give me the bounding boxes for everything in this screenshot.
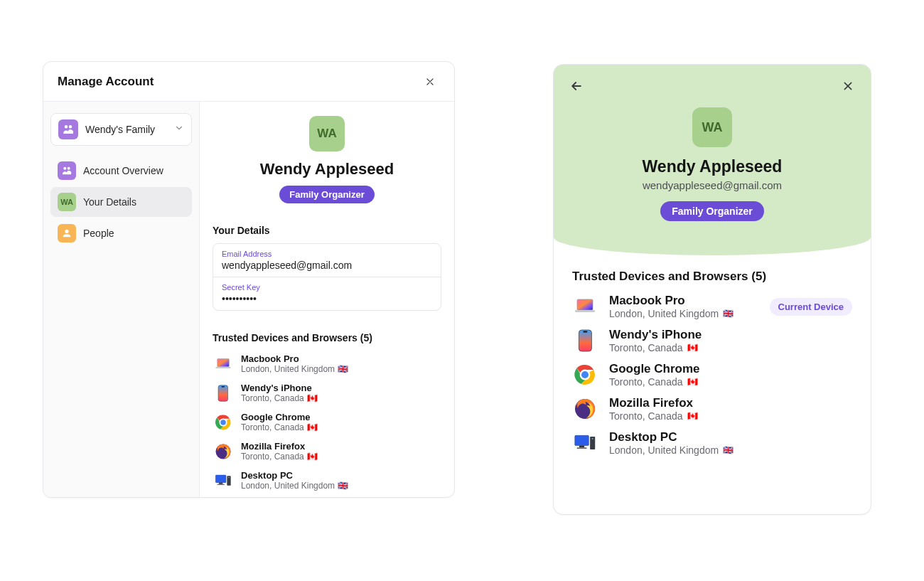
device-row[interactable]: Wendy's iPhone Toronto, Canada 🇨🇦 [213,380,441,406]
device-location: Toronto, Canada 🇨🇦 [241,452,318,462]
flag-icon: 🇬🇧 [338,481,348,491]
svg-rect-15 [579,330,591,351]
family-icon [58,119,78,139]
svg-rect-8 [215,475,226,483]
flag-icon: 🇨🇦 [307,452,318,462]
manage-account-panel: Manage Account Wendy's Family [43,61,455,498]
mobile-body: Trusted Devices and Browsers (5) Macbook… [554,255,871,470]
svg-rect-23 [576,447,586,449]
devices-section-title: Trusted Devices and Browsers (5) [213,332,441,343]
devices-list: Macbook Pro London, United Kingdom 🇬🇧 We… [213,351,441,494]
device-row[interactable]: Wendy's iPhone Toronto, Canada 🇨🇦 [572,328,852,353]
flag-icon: 🇬🇧 [723,445,734,455]
your-details-title: Your Details [213,225,441,236]
laptop-icon [214,355,232,373]
chevron-down-icon [174,123,184,136]
role-badge: Family Organizer [660,201,764,221]
secret-key-field[interactable]: Secret Key •••••••••• [213,277,441,310]
device-name: Wendy's iPhone [609,328,702,342]
field-value: wendyappleseed@gmail.com [222,260,432,271]
svg-point-12 [228,476,229,477]
svg-rect-10 [217,484,225,484]
flag-icon: 🇨🇦 [687,411,698,421]
svg-rect-14 [575,310,595,312]
pc-icon [214,471,232,490]
profile-name: Wendy Appleseed [260,160,394,178]
device-row[interactable]: Macbook Pro London, United Kingdom 🇬🇧 [213,351,441,377]
laptop-icon [572,294,598,319]
chrome-icon [572,362,598,388]
profile-email: wendyappleseed@gmail.com [643,179,782,191]
firefox-icon [214,442,232,461]
device-location: Toronto, Canada 🇨🇦 [241,393,318,403]
sidebar-item-your-details[interactable]: WA Your Details [50,187,192,217]
flag-icon: 🇨🇦 [687,377,698,387]
device-name: Macbook Pro [609,294,734,308]
svg-rect-3 [222,385,225,387]
device-name: Google Chrome [241,412,318,422]
device-location: Toronto, Canada 🇨🇦 [609,410,698,422]
device-location: Toronto, Canada 🇨🇦 [241,422,318,432]
device-location: London, United Kingdom 🇬🇧 [241,364,348,374]
device-location: London, United Kingdom 🇬🇧 [241,481,348,491]
panel-header: Manage Account [43,62,454,102]
firefox-icon [572,396,598,422]
device-details-panel: WA Wendy Appleseed wendyappleseed@gmail.… [553,64,871,515]
device-row[interactable]: Mozilla Firefox Toronto, Canada 🇨🇦 [213,438,441,464]
device-location: London, United Kingdom 🇬🇧 [609,308,734,319]
field-value: •••••••••• [222,293,432,304]
people-icon [58,224,76,242]
device-row[interactable]: Google Chrome Toronto, Canada 🇨🇦 [572,362,852,388]
device-name: Macbook Pro [241,353,348,364]
close-icon [842,80,854,92]
phone-icon [572,328,598,353]
field-label: Email Address [222,250,432,258]
sidebar-item-label: People [83,228,114,239]
sidebar-item-people[interactable]: People [50,218,192,248]
device-row[interactable]: Mozilla Firefox Toronto, Canada 🇨🇦 [572,396,852,422]
panel-title: Manage Account [58,75,154,89]
sidebar-item-label: Account Overview [83,165,163,176]
details-field-group: Email Address wendyappleseed@gmail.com S… [213,243,441,311]
svg-rect-16 [583,331,587,333]
svg-rect-9 [219,482,222,484]
device-location: Toronto, Canada 🇨🇦 [609,376,700,388]
phone-icon [214,384,232,403]
field-label: Secret Key [222,283,432,292]
pc-icon [572,430,598,456]
flag-icon: 🇨🇦 [687,343,698,353]
device-location: Toronto, Canada 🇨🇦 [609,342,702,353]
device-row[interactable]: Google Chrome Toronto, Canada 🇨🇦 [213,409,441,435]
avatar: WA [309,116,345,151]
arrow-left-icon [569,79,584,93]
main-content: WA Wendy Appleseed Family Organizer Your… [200,102,454,497]
sidebar-item-account-overview[interactable]: Account Overview [50,156,192,186]
svg-rect-0 [217,358,230,366]
close-button[interactable] [420,72,440,92]
back-button[interactable] [566,76,586,96]
mobile-header [554,75,871,96]
family-selector[interactable]: Wendy's Family [50,113,192,146]
flag-icon: 🇨🇦 [307,422,318,432]
device-row[interactable]: Desktop PC London, United Kingdom 🇬🇧 [213,467,441,494]
hero-area: WA Wendy Appleseed wendyappleseed@gmail.… [554,65,871,255]
role-badge: Family Organizer [279,186,374,203]
svg-rect-22 [579,446,584,448]
account-overview-icon [58,161,76,180]
chrome-icon [214,413,232,432]
svg-point-25 [592,438,593,439]
device-name: Mozilla Firefox [609,396,698,410]
device-row[interactable]: Macbook Pro London, United Kingdom 🇬🇧 Cu… [572,294,852,319]
svg-rect-1 [216,366,231,368]
profile-header: WA Wendy Appleseed Family Organizer [213,113,441,203]
email-field[interactable]: Email Address wendyappleseed@gmail.com [213,244,441,277]
device-row[interactable]: Desktop PC London, United Kingdom 🇬🇧 [572,430,852,456]
sidebar-nav: Account Overview WA Your Details People [50,156,192,248]
device-location: London, United Kingdom 🇬🇧 [609,444,734,456]
family-selector-label: Wendy's Family [85,124,155,135]
profile-header: WA Wendy Appleseed wendyappleseed@gmail.… [554,96,871,221]
devices-section-title: Trusted Devices and Browsers (5) [572,270,852,284]
svg-rect-13 [577,299,593,310]
close-button[interactable] [838,76,858,96]
flag-icon: 🇬🇧 [723,309,734,319]
